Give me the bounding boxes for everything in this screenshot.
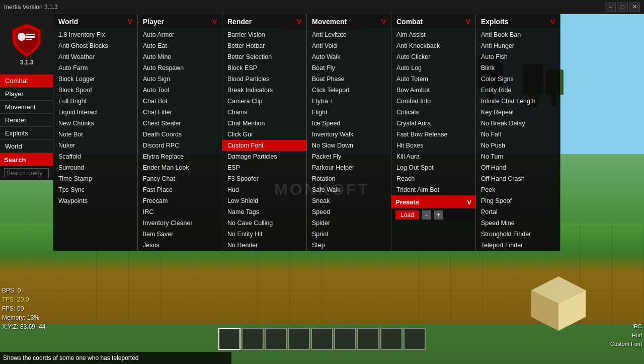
menu-item-chat-bot[interactable]: Chat Bot	[138, 96, 222, 107]
menu-item-tps-sync[interactable]: Tps Sync	[53, 184, 137, 195]
menu-item-waypoints[interactable]: Waypoints	[53, 195, 137, 206]
menu-item-block-logger[interactable]: Block Logger	[53, 74, 137, 85]
menu-item-fast-place[interactable]: Fast Place	[138, 184, 222, 195]
menu-item-auto-sign[interactable]: Auto Sign	[138, 74, 222, 85]
render-header[interactable]: Render V	[222, 14, 306, 29]
menu-item-auto-walk[interactable]: Auto Walk	[307, 51, 391, 62]
menu-item-infinite-chat-length[interactable]: Infinite Chat Length	[476, 96, 560, 107]
menu-item-no-push[interactable]: No Push	[476, 140, 560, 151]
menu-item-hit-boxes[interactable]: Hit Boxes	[391, 140, 475, 151]
sidebar-item-world[interactable]: World	[0, 140, 53, 153]
menu-item-auto-farm[interactable]: Auto Farm	[53, 62, 137, 74]
menu-item-anti-ghost-blocks[interactable]: Anti Ghost Blocks	[53, 40, 137, 51]
menu-item-elytra-+[interactable]: Elytra +	[307, 96, 391, 107]
menu-item-inventory-cleaner[interactable]: Inventory Cleaner	[138, 217, 222, 229]
menu-item-speed-mine[interactable]: Speed Mine	[476, 217, 560, 229]
sidebar-item-combat[interactable]: Combat	[0, 75, 53, 88]
load-button[interactable]: Load	[395, 210, 419, 220]
menu-item-better-selection[interactable]: Better Selection	[222, 51, 306, 62]
menu-item-off-hand[interactable]: Off Hand	[476, 162, 560, 173]
menu-item-note-bot[interactable]: Note Bot	[53, 129, 137, 140]
menu-item-blood-particles[interactable]: Blood Particles	[222, 74, 306, 85]
menu-item-criticals[interactable]: Criticals	[391, 107, 475, 118]
menu-item-rotation[interactable]: Rotation	[307, 173, 391, 184]
world-header[interactable]: World V	[53, 14, 137, 29]
menu-item-crystal-aura[interactable]: Crystal Aura	[391, 118, 475, 129]
menu-item-new-chunks[interactable]: New Chunks	[53, 118, 137, 129]
menu-item-anti-hunger[interactable]: Anti Hunger	[476, 40, 560, 51]
menu-item-item-saver[interactable]: Item Saver	[138, 229, 222, 240]
menu-item-hud[interactable]: Hud	[222, 184, 306, 195]
menu-item-discord-rpc[interactable]: Discord RPC	[138, 140, 222, 151]
menu-item-1.8-inventory-fix[interactable]: 1.8 Inventory Fix	[53, 29, 137, 40]
menu-item-speed[interactable]: Speed	[307, 206, 391, 217]
menu-item-auto-log[interactable]: Auto Log	[391, 62, 475, 74]
menu-item-low-shield[interactable]: Low Shield	[222, 195, 306, 206]
menu-item-portal[interactable]: Portal	[476, 206, 560, 217]
menu-item-entity-ride[interactable]: Entity Ride	[476, 85, 560, 96]
menu-item-scaffold[interactable]: Scaffold	[53, 151, 137, 162]
menu-item-auto-eat[interactable]: Auto Eat	[138, 40, 222, 51]
menu-item-death-coords[interactable]: Death Coords	[138, 129, 222, 140]
menu-item-auto-armor[interactable]: Auto Armor	[138, 29, 222, 40]
menu-item-peek[interactable]: Peek	[476, 184, 560, 195]
menu-item-boat-phase[interactable]: Boat Phase	[307, 74, 391, 85]
menu-item-ice-speed[interactable]: Ice Speed	[307, 118, 391, 129]
menu-item-combat-info[interactable]: Combat Info	[391, 96, 475, 107]
menu-item-jesus[interactable]: Jesus	[138, 240, 222, 251]
menu-item-no-entity-hit[interactable]: No Entity Hit	[222, 229, 306, 240]
menu-item-chat-filter[interactable]: Chat Filter	[138, 107, 222, 118]
menu-item-esp[interactable]: ESP	[222, 162, 306, 173]
menu-item-teleport-finder[interactable]: Teleport Finder	[476, 240, 560, 251]
menu-item-step[interactable]: Step	[307, 240, 391, 251]
menu-item-block-spoof[interactable]: Block Spoof	[53, 85, 137, 96]
menu-item-click-teleport[interactable]: Click Teleport	[307, 85, 391, 96]
menu-item-trident-aim-bot[interactable]: Trident Aim Bot	[391, 184, 475, 195]
menu-item-sneak[interactable]: Sneak	[307, 195, 391, 206]
menu-item-anti-book-ban[interactable]: Anti Book Ban	[476, 29, 560, 40]
menu-item-click-gui[interactable]: Click Gui	[222, 129, 306, 140]
menu-item-flight[interactable]: Flight	[307, 107, 391, 118]
menu-item-inventory-walk[interactable]: Inventory Walk	[307, 129, 391, 140]
menu-item-safe-walk[interactable]: Safe Walk	[307, 184, 391, 195]
player-header[interactable]: Player V	[138, 14, 222, 29]
menu-item-reach[interactable]: Reach	[391, 173, 475, 184]
menu-item-break-indicators[interactable]: Break Indicators	[222, 85, 306, 96]
menu-item-auto-respawn[interactable]: Auto Respawn	[138, 62, 222, 74]
menu-item-elytra-replace[interactable]: Elytra Replace	[138, 151, 222, 162]
menu-item-no-break-delay[interactable]: No Break Delay	[476, 118, 560, 129]
menu-item-anti-weather[interactable]: Anti Weather	[53, 51, 137, 62]
menu-item-block-esp[interactable]: Block ESP	[222, 62, 306, 74]
menu-item-kill-aura[interactable]: Kill Aura	[391, 151, 475, 162]
menu-item-ping-spoof[interactable]: Ping Spoof	[476, 195, 560, 206]
menu-item-anti-knockback[interactable]: Anti Knockback	[391, 40, 475, 51]
menu-item-color-signs[interactable]: Color Signs	[476, 74, 560, 85]
presets-header[interactable]: Presets V	[391, 195, 475, 208]
menu-item-aim-assist[interactable]: Aim Assist	[391, 29, 475, 40]
search-header[interactable]: Search V	[0, 153, 53, 166]
menu-item-name-tags[interactable]: Name Tags	[222, 206, 306, 217]
menu-item-auto-fish[interactable]: Auto Fish	[476, 51, 560, 62]
menu-item-sprint[interactable]: Sprint	[307, 229, 391, 240]
minimize-button[interactable]: –	[605, 3, 616, 12]
menu-item-no-turn[interactable]: No Turn	[476, 151, 560, 162]
menu-item-chams[interactable]: Chams	[222, 107, 306, 118]
menu-item-auto-tool[interactable]: Auto Tool	[138, 85, 222, 96]
menu-item-damage-particles[interactable]: Damage Particles	[222, 151, 306, 162]
menu-item-auto-clicker[interactable]: Auto Clicker	[391, 51, 475, 62]
menu-item-anti-void[interactable]: Anti Void	[307, 40, 391, 51]
menu-item-no-slow-down[interactable]: No Slow Down	[307, 140, 391, 151]
combat-header[interactable]: Combat V	[391, 14, 475, 29]
menu-item-custom-font[interactable]: Custom Font	[222, 140, 306, 151]
menu-item-time-stamp[interactable]: Time Stamp	[53, 173, 137, 184]
menu-item-off-hand-crash[interactable]: Off Hand Crash	[476, 173, 560, 184]
menu-item-packet-fly[interactable]: Packet Fly	[307, 151, 391, 162]
menu-item-key-repeat[interactable]: Key Repeat	[476, 107, 560, 118]
menu-item-liquid-interact[interactable]: Liquid Interact	[53, 107, 137, 118]
sidebar-item-render[interactable]: Render	[0, 114, 53, 127]
sidebar-item-movement[interactable]: Movement	[0, 101, 53, 114]
menu-item-full-bright[interactable]: Full Bright	[53, 96, 137, 107]
menu-item-auto-totem[interactable]: Auto Totem	[391, 74, 475, 85]
menu-item-f3-spoofer[interactable]: F3 Spoofer	[222, 173, 306, 184]
menu-item-no-cave-culling[interactable]: No Cave Culling	[222, 217, 306, 229]
